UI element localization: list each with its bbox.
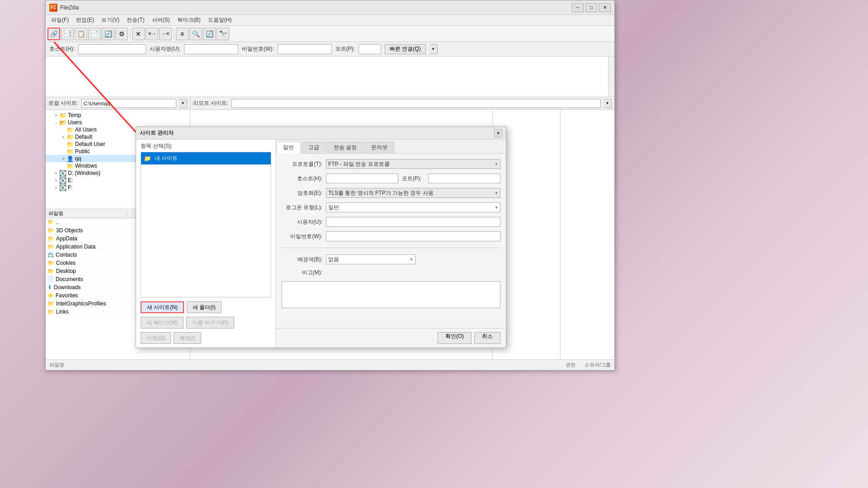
log-scrollbar[interactable] [608, 56, 614, 97]
new-folder-button[interactable]: 새 폴더(I) [187, 301, 222, 313]
folder-icon-temp: 📁 [59, 112, 66, 118]
folder-icon-default: 📁 [66, 134, 74, 140]
cancel-button[interactable]: 취소 [474, 332, 500, 344]
favorites-icon: ⭐ [47, 292, 54, 298]
host-form-input[interactable] [326, 174, 398, 183]
folder-icon-allusers: 📁 [66, 127, 74, 133]
pass-form-input[interactable] [326, 231, 500, 241]
dialog-title-bar: 사이트 관리자 ✕ [136, 127, 506, 140]
tab-advanced[interactable]: 고급 [302, 141, 326, 153]
toolbar-stop[interactable]: ✕→ [146, 28, 158, 40]
documents-icon: 📄 [47, 276, 54, 282]
site-manager-button[interactable]: 🔗 [47, 28, 60, 40]
toolbar-btn-1[interactable]: 📑 [61, 28, 74, 40]
toolbar-sync[interactable]: 🔄 [203, 28, 216, 40]
parent-icon: 📁 [47, 219, 54, 225]
menu-view[interactable]: 보기(V) [98, 15, 123, 25]
close-button[interactable]: ✕ [599, 3, 611, 12]
delete-button[interactable]: 삭제(D) [141, 332, 171, 344]
toolbar-icon-3: 📄 [91, 30, 99, 38]
pass-input[interactable] [278, 44, 332, 54]
new-site-button[interactable]: 새 사이트(N) [141, 301, 184, 313]
tree-item-users[interactable]: - 📂 Users [46, 119, 190, 126]
local-path-input[interactable] [81, 99, 176, 108]
toolbar-settings[interactable]: ⚙ [115, 28, 128, 40]
menu-help[interactable]: 도움말(H) [204, 15, 236, 25]
site-item-label: 내 사이트 [153, 154, 179, 163]
app-title: FileZilla [60, 5, 572, 11]
protocol-value: FTP - 파일 전송 프로토콜 [328, 160, 390, 168]
toolbar-icon-1: 📑 [64, 30, 71, 38]
connection-bar: 호스트(H): 사용자명(U): 비밀번호(W): 포트(P): 빠른 연결(Q… [46, 42, 614, 56]
stop-icon: ✕→ [148, 31, 156, 36]
menu-file[interactable]: 파일(F) [47, 15, 72, 25]
menu-bookmark[interactable]: 북마크(B) [174, 15, 204, 25]
dialog-form: 프로토콜(T): FTP - 파일 전송 프로토콜 ▼ 호스트(H): 포트(P… [276, 154, 506, 328]
folder-icon-defaultuser: 📁 [66, 141, 74, 147]
title-bar: FZ FileZilla ─ □ ✕ [46, 0, 614, 15]
minimize-button[interactable]: ─ [572, 3, 584, 12]
drive-icon-e: 💽 [59, 177, 66, 183]
tree-item-temp[interactable]: + 📁 Temp [46, 112, 190, 119]
local-path-dropdown[interactable]: ▼ [179, 99, 187, 108]
toolbar-search[interactable]: 🔍 [189, 28, 202, 40]
toolbar-disconnect[interactable]: →✕ [159, 28, 172, 40]
port-input[interactable] [359, 44, 381, 54]
dialog-close-button[interactable]: ✕ [494, 129, 502, 137]
menu-edit[interactable]: 편집(E) [72, 15, 98, 25]
port-form-input[interactable] [428, 174, 500, 183]
status-bar: 파일명 권한 소유자/그룹 [46, 359, 614, 370]
login-type-select[interactable]: 일반 ▼ [326, 202, 500, 212]
downloads-icon: ⬇ [47, 284, 52, 291]
encrypt-select[interactable]: TLS를 통한 명시적 FTP가 가능한 경우 사용 ▼ [326, 188, 500, 198]
tab-charset[interactable]: 문자셋 [364, 141, 394, 153]
notes-textarea[interactable] [282, 281, 500, 308]
maximize-button[interactable]: □ [585, 3, 597, 12]
ok-button[interactable]: 확인(O) [438, 332, 472, 344]
new-bookmark-button[interactable]: 새 북마크(M) [141, 317, 184, 328]
protocol-select[interactable]: FTP - 파일 전송 프로토콜 ▼ [326, 159, 500, 169]
dialog-left-panel: 항목 선택(S): 📁 내 사이트 새 사이트(N) 새 폴더(I) 새 북마크… [136, 140, 276, 347]
rename-button[interactable]: 이름 바꾸기(R) [186, 317, 234, 328]
port-form-label: 포트(P): [402, 175, 425, 183]
perm-header: 권한 [566, 361, 576, 368]
user-form-input[interactable] [326, 217, 500, 227]
host-input[interactable] [78, 44, 146, 54]
quick-connect-button[interactable]: 빠른 연결(Q) [385, 44, 426, 54]
toolbar-binoculars[interactable]: 🔭 [217, 28, 229, 40]
user-input[interactable] [184, 44, 238, 54]
status-perm: 권한 소유자/그룹 [566, 361, 611, 368]
bgcolor-select[interactable]: 없음 ▼ [326, 254, 415, 264]
dialog-tabs: 일반 고급 전송 설정 문자셋 [276, 140, 506, 154]
toolbar-btn-2[interactable]: 📋 [75, 28, 87, 40]
notes-label: 비고(M): [282, 269, 322, 277]
tab-transfer[interactable]: 전송 설정 [327, 141, 363, 153]
remote-path-dropdown[interactable]: ▼ [604, 99, 612, 108]
copy-button[interactable]: 복제(I) [174, 332, 201, 344]
site-manager-dialog[interactable]: 사이트 관리자 ✕ 항목 선택(S): 📁 내 사이트 새 사이트(N) 새 폴… [136, 127, 506, 348]
cancel-icon: ✕ [136, 30, 141, 38]
menu-transfer[interactable]: 전송(T) [123, 15, 148, 25]
toolbar-menu[interactable]: ≡ [176, 28, 189, 40]
tab-general[interactable]: 일반 [276, 141, 301, 154]
menu-server[interactable]: 서버(S) [148, 15, 174, 25]
folder-icon-cookies: 📁 [47, 260, 54, 266]
dialog-body: 항목 선택(S): 📁 내 사이트 새 사이트(N) 새 폴더(I) 새 북마크… [136, 140, 506, 347]
dialog-title: 사이트 관리자 [140, 129, 494, 137]
login-type-value: 일반 [328, 204, 339, 211]
contacts-icon: 📇 [47, 252, 54, 258]
bgcolor-row: 배경색(B): 없음 ▼ [282, 254, 500, 264]
remote-path-input[interactable] [231, 99, 601, 108]
refresh-icon: 🔄 [104, 30, 112, 38]
toolbar-cancel[interactable]: ✕ [132, 28, 145, 40]
host-label: 호스트(H): [49, 45, 75, 53]
folder-icon-users: 📂 [59, 119, 66, 126]
disconnect-icon: →✕ [161, 31, 170, 36]
binoculars-icon: 🔭 [219, 30, 227, 38]
toolbar-refresh[interactable]: 🔄 [102, 28, 114, 40]
quick-connect-dropdown[interactable]: ▼ [429, 44, 438, 54]
pass-label: 비밀번호(W): [242, 45, 274, 53]
toolbar-btn-3[interactable]: 📄 [88, 28, 101, 40]
site-tree-item-mysite[interactable]: 📁 내 사이트 [141, 152, 271, 164]
site-manager-icon: 🔗 [50, 30, 58, 38]
